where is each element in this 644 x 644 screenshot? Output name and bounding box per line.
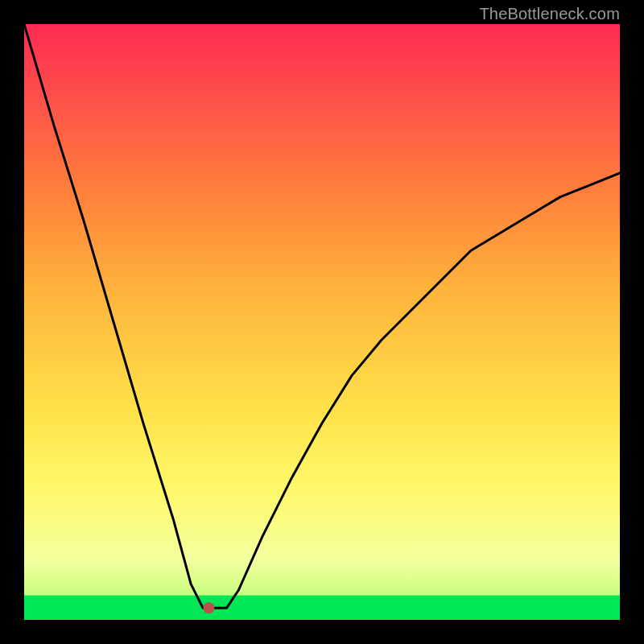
plot-area bbox=[24, 24, 620, 620]
curve-svg bbox=[24, 24, 620, 620]
chart-frame: TheBottleneck.com bbox=[0, 0, 644, 644]
watermark-label: TheBottleneck.com bbox=[479, 5, 620, 23]
bottleneck-curve bbox=[24, 24, 620, 608]
minimum-marker bbox=[203, 602, 214, 613]
